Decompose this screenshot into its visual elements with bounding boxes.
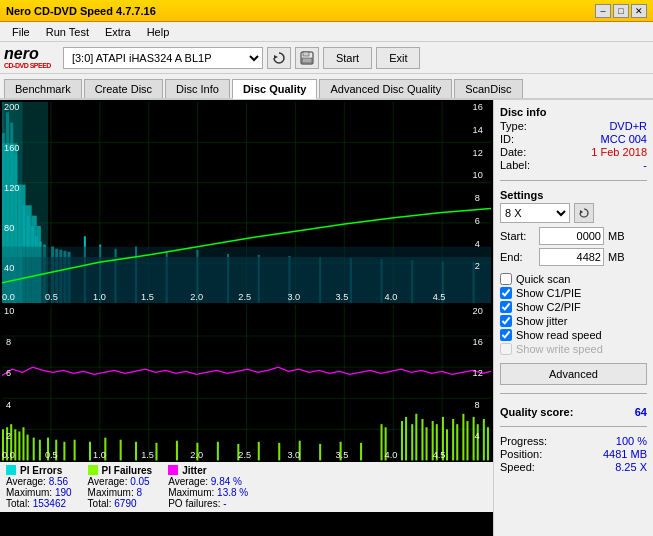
jitter-max-label: Maximum: [168,487,214,498]
show-read-speed-checkbox[interactable] [500,329,512,341]
menu-file[interactable]: File [4,24,38,40]
pi-errors-max: Maximum: 190 [6,487,72,498]
y2-label-r8: 8 [475,400,480,410]
x2-label-20: 2.0 [190,451,203,461]
disc-info-section: Disc info Type: DVD+R ID: MCC 004 Date: … [500,106,647,172]
refresh-icon-btn[interactable] [267,47,291,69]
start-input[interactable] [539,227,604,245]
divider-3 [500,426,647,427]
y2-label-6: 6 [6,369,11,379]
speed-row: 8 X [500,203,647,223]
svg-rect-81 [39,440,41,461]
quick-scan-checkbox[interactable] [500,273,512,285]
maximize-button[interactable]: □ [613,4,629,18]
disc-date-row: Date: 1 Feb 2018 [500,146,647,158]
svg-rect-86 [89,442,91,461]
pi-errors-title: PI Errors [20,465,62,476]
x-label-45: 4.5 [433,292,446,302]
menu-help[interactable]: Help [139,24,178,40]
pi-failures-max: Maximum: 8 [88,487,153,498]
tabs-bar: Benchmark Create Disc Disc Info Disc Qua… [0,74,653,100]
svg-rect-113 [452,419,454,460]
tab-create-disc[interactable]: Create Disc [84,79,163,98]
show-c1pie-checkbox[interactable] [500,287,512,299]
svg-marker-0 [274,55,278,59]
pi-errors-total-label: Total: [6,498,30,509]
disc-id-label: ID: [500,133,514,145]
x-label-10: 1.0 [93,292,106,302]
quick-scan-label: Quick scan [516,273,570,285]
y2-label-4: 4 [6,400,11,410]
show-write-speed-label: Show write speed [516,343,603,355]
pi-failures-color-box [88,465,98,475]
x2-label-0: 0.0 [2,451,15,461]
tab-disc-quality[interactable]: Disc Quality [232,79,318,99]
x-label-35: 3.5 [336,292,349,302]
svg-rect-89 [135,442,137,461]
end-input[interactable] [539,248,604,266]
svg-rect-106 [415,414,417,461]
legend-area: PI Errors Average: 8.56 Maximum: 190 Tot… [0,462,493,512]
progress-row: Progress: 100 % [500,435,647,447]
svg-rect-98 [319,444,321,461]
po-failures-value: - [223,498,226,509]
po-failures: PO failures: - [168,498,248,509]
x2-label-10: 1.0 [93,451,106,461]
svg-marker-121 [580,210,583,214]
speed-select[interactable]: 8 X [500,203,570,223]
x2-label-45: 4.5 [433,451,446,461]
y-label-r8: 8 [475,193,480,203]
speed-refresh-btn[interactable] [574,203,594,223]
disc-type-row: Type: DVD+R [500,120,647,132]
checkboxes-section: Quick scan Show C1/PIE Show C2/PIF Show … [500,273,647,357]
quality-score-row: Quality score: 64 [500,406,647,418]
exit-button[interactable]: Exit [376,47,420,69]
start-button[interactable]: Start [323,47,372,69]
x2-label-30: 3.0 [287,451,300,461]
disc-id-row: ID: MCC 004 [500,133,647,145]
close-button[interactable]: ✕ [631,4,647,18]
po-failures-label: PO failures: [168,498,220,509]
svg-rect-77 [18,432,20,461]
pi-failures-avg-value: 0.05 [130,476,149,487]
advanced-button[interactable]: Advanced [500,363,647,385]
menu-extra[interactable]: Extra [97,24,139,40]
drive-select[interactable]: [3:0] ATAPI iHAS324 A BL1P [63,47,263,69]
svg-rect-93 [217,442,219,461]
y2-label-10: 10 [4,307,14,317]
jitter-color-box [168,465,178,475]
show-c2pif-checkbox[interactable] [500,301,512,313]
progress-value: 100 % [616,435,647,447]
title-bar-controls[interactable]: – □ ✕ [595,4,647,18]
svg-rect-105 [411,425,413,461]
pi-errors-avg-value: 8.56 [49,476,68,487]
tab-disc-info[interactable]: Disc Info [165,79,230,98]
show-jitter-checkbox[interactable] [500,315,512,327]
svg-rect-103 [401,422,403,461]
y-label-r6: 6 [475,216,480,226]
y2-label-8: 8 [6,338,11,348]
svg-rect-116 [466,422,468,461]
settings-title: Settings [500,189,647,201]
save-icon-btn[interactable] [295,47,319,69]
tab-advanced-disc-quality[interactable]: Advanced Disc Quality [319,79,452,98]
tab-benchmark[interactable]: Benchmark [4,79,82,98]
minimize-button[interactable]: – [595,4,611,18]
tab-scan-disc[interactable]: ScanDisc [454,79,522,98]
show-c2pif-label: Show C2/PIF [516,301,581,313]
position-row: Position: 4481 MB [500,448,647,460]
y-label-160: 160 [4,143,19,153]
x2-label-35: 3.5 [336,451,349,461]
pi-errors-total: Total: 153462 [6,498,72,509]
jitter-max-value: 13.8 % [217,487,248,498]
svg-rect-96 [278,443,280,461]
y2-label-r16: 16 [473,338,483,348]
svg-rect-95 [258,442,260,461]
menu-run-test[interactable]: Run Test [38,24,97,40]
nero-logo-sub: CD-DVD SPEED [4,62,51,69]
x-label-20: 2.0 [190,292,203,302]
disc-id-value: MCC 004 [601,133,647,145]
legend-pi-errors: PI Errors Average: 8.56 Maximum: 190 Tot… [6,465,72,509]
svg-rect-91 [176,441,178,461]
legend-jitter-header: Jitter [168,465,248,476]
